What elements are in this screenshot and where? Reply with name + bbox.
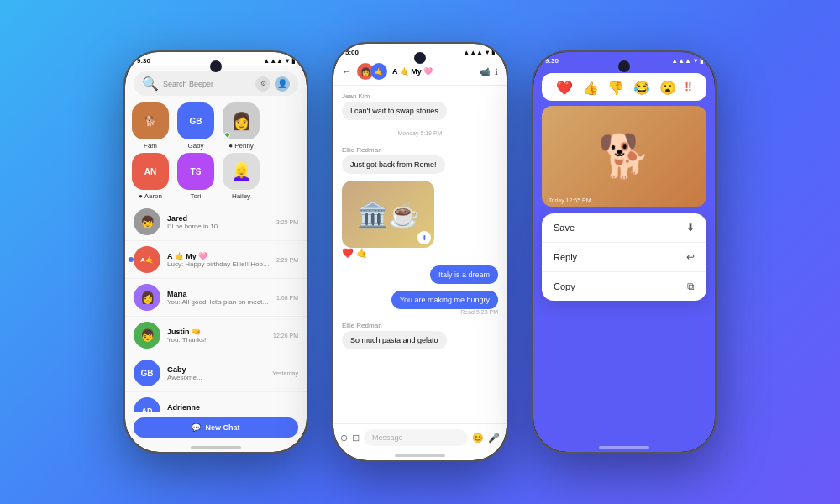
chat-name-justin: Justin 🤜: [167, 328, 266, 336]
video-icon[interactable]: 📹: [480, 67, 490, 76]
story-avatar-aaron: AN: [132, 153, 169, 190]
header-icons: 📹 ℹ: [480, 67, 498, 76]
image-timestamp: Today 12:55 PM: [549, 197, 591, 203]
chat-item-justin[interactable]: 👦 Justin 🤜 You: Thanks! 12:26 PM: [125, 317, 307, 354]
chat-time-group: 2:29 PM: [276, 257, 298, 263]
reply-icon: ↩: [686, 251, 695, 263]
chat-bubble-icon: 💬: [192, 423, 201, 432]
context-save[interactable]: Save ⬇: [542, 213, 706, 243]
new-chat-button[interactable]: 💬 New Chat: [134, 417, 298, 438]
status-icons-3: ▲▲▲ ▾ ▮: [671, 57, 703, 65]
signal-icon-1: ▲▲▲: [263, 57, 283, 65]
chat-content-justin: Justin 🤜 You: Thanks!: [167, 328, 266, 344]
chat-preview-justin: You: Thanks!: [167, 336, 266, 344]
emoji-laugh[interactable]: 😂: [633, 80, 650, 96]
chat-name-maria: Maria: [167, 290, 270, 298]
emoji-exclaim[interactable]: ‼: [685, 80, 691, 96]
context-copy[interactable]: Copy ⧉: [542, 272, 706, 301]
dog-emoji: 🐕: [598, 132, 650, 181]
chat-name-gaby-chat: Gaby: [167, 365, 265, 374]
story-penny[interactable]: 👩 ● Penny: [223, 102, 260, 150]
back-button[interactable]: ←: [342, 66, 352, 77]
story-name-tori: Tori: [191, 192, 202, 200]
settings-icon[interactable]: ⚙: [255, 76, 270, 92]
search-icon: 🔍: [142, 76, 159, 92]
avatar-jared: 👦: [134, 208, 160, 235]
story-avatar-tori: TS: [177, 153, 214, 190]
add-icon[interactable]: ⊕: [340, 433, 348, 444]
msg-bubble-ellie-2: So much pasta and gelato: [342, 331, 447, 349]
chat-preview-gaby: Awesome...: [167, 374, 265, 381]
story-name-aaron: ● Aaron: [139, 192, 162, 200]
stories-section: 🐕 Fam GB Welcome to blue bubbles! Gaby: [125, 99, 307, 153]
story-tori[interactable]: TS Tori: [177, 153, 214, 200]
chat-content-group: A 🤙 My 🩷 Lucy: Happy birthday Ellie!! Ho…: [167, 252, 270, 268]
context-menu: Save ⬇ Reply ↩ Copy ⧉: [542, 213, 706, 301]
avatar-adrienne: AD: [134, 397, 160, 412]
emoji-surprised[interactable]: 😮: [659, 80, 676, 96]
copy-label: Copy: [554, 281, 575, 291]
msg-group-ellie-1: Ellie Redman Just got back from Rome!: [342, 146, 498, 174]
search-text: Search Beeper: [163, 80, 251, 88]
emoji-reaction-bar: ❤️ 👍 👎 😂 😮 ‼: [542, 73, 706, 101]
chat-item-jared[interactable]: 👦 Jared I'll be home in 10 3:25 PM: [125, 203, 307, 241]
msg-bubble-italy: Italy is a dream: [430, 265, 498, 284]
info-icon[interactable]: ℹ: [495, 67, 498, 76]
sticker-icon[interactable]: ⊡: [352, 433, 360, 444]
wifi-icon-2: ▾: [486, 49, 489, 56]
notch-1: [210, 60, 222, 72]
story-name-hailey: Hailey: [232, 192, 250, 200]
chat-content-jared: Jared I'll be home in 10: [167, 214, 270, 230]
story-avatar-hailey: 👱‍♀️: [223, 153, 260, 190]
story-gaby[interactable]: GB Welcome to blue bubbles! Gaby: [177, 102, 214, 150]
new-chat-label: New Chat: [205, 423, 239, 432]
msg-sender-jean: Jean Kim: [342, 92, 370, 100]
phone1-screen: 9:30 ▲▲▲ ▾ ▮ 🔍 Search Beeper ⚙ 👤: [125, 52, 307, 452]
phone-3: 9:30 ▲▲▲ ▾ ▮ ❤️ 👍 👎 😂 😮 ‼ 🐕 Today 12:55 …: [532, 50, 717, 454]
avatar-gaby-chat: GB: [134, 360, 160, 386]
message-input[interactable]: Message: [364, 429, 468, 446]
chat-name-adrienne: Adrienne: [167, 403, 298, 412]
avatar-justin: 👦: [134, 322, 160, 349]
avatar-group: A🤙: [134, 246, 160, 273]
msg-group-jean: Jean Kim I can't wait to swap stories: [342, 92, 498, 120]
message-area: Jean Kim I can't wait to swap stories Mo…: [333, 86, 507, 423]
emoji-icon[interactable]: 😊: [472, 433, 484, 444]
reply-label: Reply: [554, 252, 577, 262]
search-bar[interactable]: 🔍 Search Beeper ⚙ 👤: [134, 71, 298, 96]
chat-item-maria[interactable]: 👩 Maria You: All good, let's plan on mee…: [125, 279, 307, 317]
story-hailey[interactable]: 👱‍♀️ Hailey: [223, 153, 260, 200]
notch-3: [618, 60, 630, 72]
chat-preview-jared: I'll be home in 10: [167, 223, 270, 230]
emoji-heart[interactable]: ❤️: [556, 80, 573, 96]
msg-group-image: 🏛️☕ ⬇ ❤️ 🤙: [342, 181, 498, 259]
user-avatar[interactable]: 👤: [275, 76, 290, 92]
chat-input-bar: ⊕ ⊡ Message 😊 🎤: [333, 423, 507, 451]
emoji-thumbsdown[interactable]: 👎: [607, 80, 624, 96]
msg-date-monday: Monday 5:18 PM: [342, 130, 498, 136]
story-fam[interactable]: 🐕 Fam: [132, 102, 169, 150]
chat-item-gaby[interactable]: GB Gaby Awesome... Yesterday: [125, 354, 307, 392]
download-button[interactable]: ⬇: [417, 231, 431, 244]
mic-icon[interactable]: 🎤: [488, 433, 500, 444]
chat-time-gaby: Yesterday: [272, 370, 298, 376]
spacer-3: [533, 301, 715, 443]
wifi-icon-3: ▾: [694, 57, 697, 65]
chat-content-maria: Maria You: All good, let's plan on meeti…: [167, 290, 270, 306]
msg-bubble-jean: I can't wait to swap stories: [342, 102, 447, 120]
story-avatar-penny: 👩: [223, 102, 260, 139]
phone-1: 9:30 ▲▲▲ ▾ ▮ 🔍 Search Beeper ⚙ 👤: [123, 50, 308, 454]
story-name-fam: Fam: [144, 142, 157, 150]
signal-icon-3: ▲▲▲: [671, 57, 691, 65]
chat-item-group[interactable]: A🤙 A 🤙 My 🩷 Lucy: Happy birthday Ellie!!…: [125, 241, 307, 279]
msg-bubble-ellie-1: Just got back from Rome!: [342, 155, 445, 174]
msg-sender-ellie-2: Ellie Redman: [342, 322, 382, 329]
emoji-thumbsup[interactable]: 👍: [582, 80, 599, 96]
phones-container: 9:30 ▲▲▲ ▾ ▮ 🔍 Search Beeper ⚙ 👤: [123, 42, 717, 462]
chat-time-justin: 12:26 PM: [273, 333, 298, 339]
story-name-gaby: Gaby: [187, 142, 203, 150]
time-1: 9:30: [137, 57, 150, 65]
context-reply[interactable]: Reply ↩: [542, 243, 706, 272]
chat-item-adrienne[interactable]: AD Adrienne Omg, that looks so nice!: [125, 392, 307, 412]
story-aaron[interactable]: AN ● Aaron: [132, 153, 169, 200]
